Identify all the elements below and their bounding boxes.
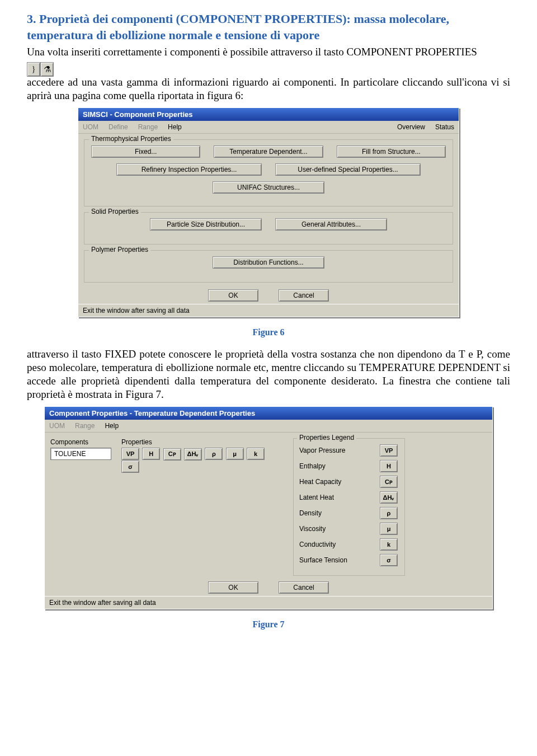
legend-name: Surface Tension <box>299 556 347 564</box>
legend-sym: ΔHᵥ <box>380 491 398 504</box>
menu-range[interactable]: Range <box>138 123 158 131</box>
menu-help[interactable]: Help <box>168 123 182 131</box>
prop-dhv-button[interactable]: ΔHᵥ <box>184 448 202 461</box>
menu-bar: UOM Range Help <box>45 420 492 433</box>
component-properties-window: SIMSCI - Component Properties UOM Define… <box>78 107 459 317</box>
window-title: Component Properties - Temperature Depen… <box>45 407 492 420</box>
general-attributes-button[interactable]: General Attributes... <box>275 218 387 231</box>
menu-status[interactable]: Status <box>435 123 454 131</box>
prop-cp-button[interactable]: Cᴘ <box>163 448 181 461</box>
section-heading: 3. Proprietà dei componenti (COMPONENT P… <box>27 11 510 43</box>
components-label: Components <box>50 438 111 446</box>
legend-name: Latent Heat <box>299 494 334 501</box>
figure-6-caption: Figure 6 <box>27 327 510 337</box>
properties-legend-group: Properties Legend Vapor PressureVP Entha… <box>293 438 405 576</box>
prop-vp-button[interactable]: VP <box>121 448 139 460</box>
legend-sym: VP <box>380 444 398 457</box>
group-legend: Polymer Properties <box>89 246 150 253</box>
temperature-dependent-button[interactable]: Temperature Dependent... <box>214 145 323 158</box>
flask-icon: ⚗ <box>40 62 54 77</box>
menu-range[interactable]: Range <box>75 422 95 430</box>
particle-size-button[interactable]: Particle Size Distribution... <box>150 218 262 231</box>
legend-sym: H <box>380 460 398 472</box>
group-legend: Thermophysical Properties <box>89 135 173 143</box>
unifac-structures-button[interactable]: UNIFAC Structures... <box>213 181 324 194</box>
legend-sym: μ <box>380 523 398 535</box>
user-defined-properties-button[interactable]: User-defined Special Properties... <box>275 163 421 176</box>
paragraph-2: attraverso il tasto FIXED potete conosce… <box>27 348 510 401</box>
component-input[interactable]: TOLUENE <box>50 448 111 460</box>
menu-overview[interactable]: Overview <box>397 123 425 131</box>
window-title: SIMSCI - Component Properties <box>78 108 459 121</box>
menu-bar: UOM Define Range Help Overview Status <box>78 121 459 134</box>
fill-from-structure-button[interactable]: Fill from Structure... <box>337 145 446 158</box>
legend-name: Vapor Pressure <box>299 447 345 454</box>
menu-uom[interactable]: UOM <box>83 123 98 131</box>
refinery-inspection-button[interactable]: Refinery Inspection Properties... <box>116 163 262 176</box>
legend-name: Conductivity <box>299 541 336 548</box>
figure-7-caption: Figure 7 <box>27 619 510 630</box>
legend-sym: k <box>380 538 398 551</box>
paragraph-1b: accedere ad una vasta gamma di informazi… <box>27 76 510 102</box>
cancel-button[interactable]: Cancel <box>279 289 329 302</box>
ok-button[interactable]: OK <box>208 289 258 302</box>
cancel-button[interactable]: Cancel <box>279 581 329 594</box>
paragraph-1a: Una volta inseriti correttamente i compo… <box>27 45 510 59</box>
solid-properties-group: Solid Properties Particle Size Distribut… <box>84 212 453 245</box>
prop-k-button[interactable]: k <box>247 448 265 460</box>
legend-title: Properties Legend <box>297 434 356 442</box>
legend-name: Density <box>299 509 322 517</box>
legend-sym: ρ <box>380 507 398 519</box>
legend-name: Enthalpy <box>299 462 326 470</box>
prop-density-button[interactable]: ρ <box>205 448 223 460</box>
legend-name: Heat Capacity <box>299 478 341 486</box>
prop-h-button[interactable]: H <box>142 448 160 460</box>
group-legend: Solid Properties <box>89 208 141 215</box>
toolbar-icon-group: } ⚗ <box>27 62 510 77</box>
icon-box-left: } <box>27 62 40 77</box>
menu-define[interactable]: Define <box>109 123 128 131</box>
prop-sigma-button[interactable]: σ <box>121 461 139 473</box>
distribution-functions-button[interactable]: Distribution Functions... <box>213 256 324 269</box>
ok-button[interactable]: OK <box>208 581 258 594</box>
left-column: Components TOLUENE Properties VP H Cᴘ ΔH… <box>50 438 285 576</box>
temperature-dependent-window: Component Properties - Temperature Depen… <box>44 406 493 609</box>
fixed-button[interactable]: Fixed... <box>91 145 200 158</box>
prop-viscosity-button[interactable]: μ <box>226 448 244 460</box>
thermophysical-group: Thermophysical Properties Fixed... Tempe… <box>84 139 453 206</box>
menu-uom[interactable]: UOM <box>49 422 65 430</box>
legend-sym: σ <box>380 554 398 566</box>
property-buttons-row: VP H Cᴘ ΔHᵥ ρ μ k σ <box>121 448 285 473</box>
legend-sym: Cᴘ <box>380 476 398 488</box>
status-bar: Exit the window after saving all data <box>45 596 492 609</box>
properties-label: Properties <box>121 438 285 446</box>
polymer-properties-group: Polymer Properties Distribution Function… <box>84 250 453 283</box>
menu-help[interactable]: Help <box>105 422 119 430</box>
status-bar: Exit the window after saving all data <box>78 304 459 317</box>
legend-name: Viscosity <box>299 525 326 533</box>
